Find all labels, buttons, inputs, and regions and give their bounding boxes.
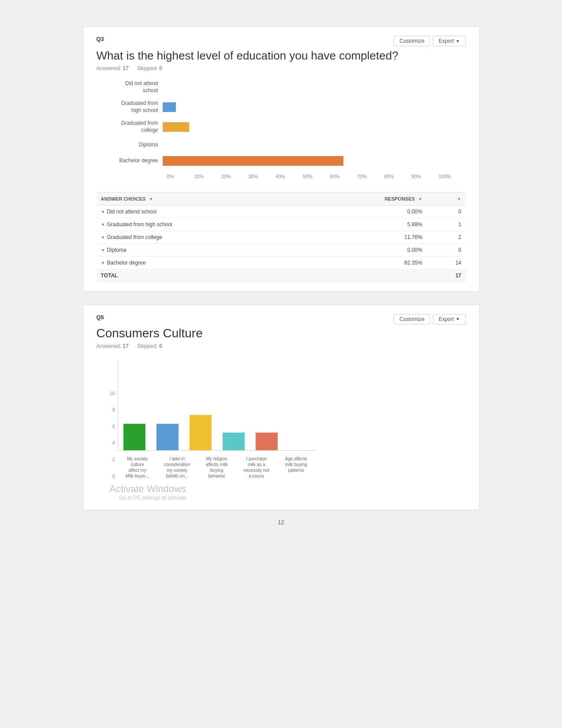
- x-tick: 30%: [248, 174, 275, 179]
- bar-row: Bachelor degree: [101, 156, 466, 166]
- x-tick: 90%: [411, 174, 439, 179]
- q3-x-axis: 0%10%20%30%40%50%60%70%80%90%100%: [167, 174, 466, 179]
- pct-cell: 11.76%: [305, 231, 427, 243]
- v-bar-fill: [223, 433, 245, 450]
- bar-track: [163, 82, 466, 92]
- responses-col-sort-icon[interactable]: ▼: [418, 197, 422, 202]
- q3-title: What is the highest level of education y…: [97, 49, 466, 63]
- bar-track: [163, 122, 466, 132]
- v-bar-label: Age affectsmilk buyingpatterns: [281, 456, 312, 479]
- col-responses-header: RESPONSES ▼: [305, 192, 427, 205]
- x-tick: 100%: [439, 174, 466, 179]
- x-tick: 60%: [330, 174, 357, 179]
- pct-cell: 5.88%: [305, 218, 427, 231]
- v-bar-fill: [256, 433, 278, 450]
- count-col-sort-icon[interactable]: ▼: [457, 197, 462, 202]
- q3-data-table: ANSWER CHOICES ▼ RESPONSES ▼ ▼ ▼Did not …: [97, 192, 466, 282]
- bar-fill: [163, 122, 189, 132]
- col-answer-header: ANSWER CHOICES ▼: [97, 192, 306, 205]
- q3-answered: Answered: 17: [97, 65, 129, 71]
- x-tick: 50%: [303, 174, 330, 179]
- activate-windows-sub: Go to PC settings to activate: [110, 495, 186, 501]
- row-arrow-icon[interactable]: ▼: [101, 222, 105, 227]
- count-cell: 0: [427, 205, 465, 218]
- y-axis-label: 10: [110, 391, 115, 396]
- v-bar-group: [189, 362, 213, 450]
- y-axis-label: 6: [112, 424, 115, 429]
- x-tick: 10%: [194, 174, 221, 179]
- q5-export-arrow-icon: ▼: [456, 317, 460, 321]
- q3-customize-btn[interactable]: Customize: [394, 36, 430, 46]
- x-tick: 70%: [357, 174, 384, 179]
- answer-cell: ▼Did not attend school: [97, 205, 306, 218]
- q3-number: Q3: [97, 36, 104, 42]
- total-label: TOTAL: [97, 269, 306, 282]
- v-bar-group: [222, 362, 246, 450]
- v-bar-group: [255, 362, 279, 450]
- q5-y-axis: 1086420: [110, 391, 115, 479]
- v-bar-label: My religionaffects milkbuyingbehavior: [201, 456, 232, 479]
- answer-col-sort-icon[interactable]: ▼: [149, 197, 153, 202]
- pct-cell: 82.35%: [305, 256, 427, 269]
- count-cell: 14: [427, 256, 465, 269]
- q5-title: Consumers Culture: [97, 326, 466, 340]
- bar-label: Graduated fromcollege: [101, 120, 163, 134]
- export-arrow-icon: ▼: [456, 39, 460, 44]
- count-cell: 0: [427, 243, 465, 256]
- y-axis-label: 0: [112, 474, 115, 479]
- x-tick: 20%: [221, 174, 249, 179]
- q5-meta: Answered: 17 Skipped: 0: [97, 343, 466, 349]
- q5-number: Q5: [97, 314, 104, 321]
- q3-export-btn[interactable]: Export ▼: [433, 36, 466, 46]
- total-pct: [305, 269, 427, 282]
- q5-btn-group: Customize Export ▼: [394, 314, 465, 325]
- bar-fill: [163, 102, 176, 112]
- answer-cell: ▼Diploma: [97, 243, 306, 256]
- count-cell: 1: [427, 218, 465, 231]
- y-axis-label: 8: [112, 407, 115, 412]
- v-bar-label: My societycultureaffect myMilk buyin...: [122, 456, 153, 479]
- q5-customize-btn[interactable]: Customize: [394, 314, 430, 325]
- q3-skipped: Skipped: 0: [137, 65, 162, 71]
- activate-windows-watermark: Activate Windows Go to PC settings to ac…: [110, 483, 195, 501]
- bar-row: Graduated fromhigh school: [101, 100, 466, 114]
- q3-bar-chart: Did not attendschoolGraduated fromhigh s…: [97, 80, 466, 183]
- table-row: ▼Did not attend school 0.00% 0: [97, 205, 466, 218]
- bar-track: [163, 140, 466, 150]
- v-bar-label: I purchasemilk as anecessity nota luxury: [241, 456, 272, 479]
- bar-row: Did not attendschool: [101, 80, 466, 94]
- q5-export-btn[interactable]: Export ▼: [433, 314, 466, 325]
- q5-bar-chart: 1086420 My societycultureaffect myMilk b…: [97, 358, 466, 501]
- q5-block: Q5 Customize Export ▼ Consumers Culture …: [83, 305, 480, 510]
- answer-cell: ▼Graduated from high school: [97, 218, 306, 231]
- pct-cell: 0.00%: [305, 205, 427, 218]
- table-row: ▼Diploma 0.00% 0: [97, 243, 466, 256]
- row-arrow-icon[interactable]: ▼: [101, 261, 105, 265]
- table-row: ▼Bachelor degree 82.35% 14: [97, 256, 466, 269]
- y-axis-label: 2: [112, 457, 115, 462]
- q3-block: Q3 Customize Export ▼ What is the highes…: [83, 26, 480, 291]
- bar-label: Diploma: [101, 142, 163, 149]
- activate-windows-title: Activate Windows: [110, 483, 186, 495]
- col-count-header: ▼: [427, 192, 465, 205]
- v-bar-fill: [123, 424, 145, 450]
- bar-track: [163, 102, 466, 112]
- total-value: 17: [427, 269, 465, 282]
- v-bar-group: [156, 362, 180, 450]
- count-cell: 2: [427, 231, 465, 243]
- x-tick: 80%: [384, 174, 412, 179]
- row-arrow-icon[interactable]: ▼: [101, 248, 105, 253]
- v-bar-fill: [190, 415, 212, 450]
- table-row: ▼Graduated from college 11.76% 2: [97, 231, 466, 243]
- row-arrow-icon[interactable]: ▼: [101, 235, 105, 240]
- answer-cell: ▼Graduated from college: [97, 231, 306, 243]
- bar-track: [163, 156, 466, 166]
- bar-row: Graduated fromcollege: [101, 120, 466, 134]
- row-arrow-icon[interactable]: ▼: [101, 209, 105, 214]
- pct-cell: 0.00%: [305, 243, 427, 256]
- x-tick: 40%: [275, 174, 303, 179]
- q5-skipped: Skipped: 0: [137, 343, 162, 349]
- table-row: ▼Graduated from high school 5.88% 1: [97, 218, 466, 231]
- bar-label: Graduated fromhigh school: [101, 100, 163, 114]
- total-row: TOTAL 17: [97, 269, 466, 282]
